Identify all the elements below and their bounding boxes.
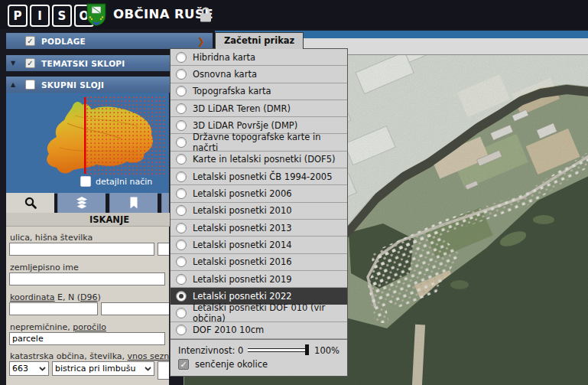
radio-icon [176, 188, 187, 199]
shading-checkbox[interactable]: ✓ [178, 359, 189, 370]
tematski-label: TEMATSKI SKLOPI [41, 59, 125, 68]
coords-link[interactable]: D96 [80, 292, 97, 302]
geoname-label: zemljepisno ime [10, 263, 79, 272]
street-input[interactable] [9, 243, 154, 256]
basemap-option-label: Letalski posnetki ČB 1994-2005 [193, 171, 333, 182]
basemap-option-label: Topografska karta [193, 86, 271, 96]
radio-icon [176, 325, 187, 335]
logo-tile-p: P [8, 5, 28, 27]
basemap-option-label: Letalski posnetki DOF 010 (vir občina) [193, 302, 347, 324]
radio-icon [176, 52, 187, 63]
cadastral-label[interactable]: katastrska občina, številka, vnos seznam… [10, 351, 169, 361]
bookmark-icon [127, 196, 141, 210]
basemap-option-label: Osnovna karta [193, 69, 257, 80]
basemap-option[interactable]: Letalski posnetki 2014 [171, 237, 347, 253]
basemap-option[interactable]: Letalski posnetki 2016 [171, 254, 347, 271]
chevron-right-icon[interactable]: ❯ [197, 36, 205, 47]
detail-mode-row[interactable]: detajlni način [80, 176, 152, 187]
basemap-option[interactable]: Letalski posnetki 2006 [171, 185, 347, 202]
piso-app: P I S O OBČINA RUŠE ✓ PODLAGE [0, 0, 588, 385]
detail-mode-checkbox[interactable] [80, 176, 91, 187]
coords-link[interactable]: koordinata [10, 292, 55, 302]
radio-icon [176, 205, 187, 216]
radio-icon [176, 103, 187, 114]
basemap-option[interactable]: DOF 2010 10cm [171, 322, 347, 339]
coords-label[interactable]: koordinata E, N (D96) [10, 292, 101, 302]
basemap-option[interactable]: Letalski posnetki 2019 [171, 271, 347, 288]
tematski-checkbox[interactable]: ✓ [25, 58, 35, 68]
street-label: ulica, hišna številka [10, 233, 93, 243]
radio-icon [176, 223, 187, 233]
cadastral-number-select[interactable]: 663 [9, 361, 49, 376]
basemap-option-label: 3D LiDAR Teren (DMR) [193, 103, 291, 114]
search-icon [24, 196, 37, 210]
radio-icon [176, 240, 187, 250]
cadastral-link[interactable]: vnos seznama [128, 351, 169, 361]
initial-view-tab[interactable]: Začetni prikaz [215, 32, 304, 49]
radio-icon [176, 291, 187, 302]
basemap-option[interactable]: Letalski posnetki ČB 1994-2005 [171, 168, 347, 185]
basemap-option[interactable]: Osnovna karta [171, 66, 347, 83]
basemap-option-label: Letalski posnetki 2010 [193, 205, 292, 216]
basemap-option[interactable]: Karte in letalski posnetki (DOF5) [171, 152, 347, 168]
basemap-menu: Hibridna kartaOsnovna kartaTopografska k… [170, 48, 348, 377]
skupni-checkbox[interactable] [25, 80, 35, 90]
geoname-input[interactable] [9, 272, 165, 285]
piso-logo[interactable]: P I S O [8, 5, 94, 27]
coords-n-input[interactable] [101, 302, 169, 315]
detail-mode-label: detajlni način [96, 177, 152, 187]
coords-text: ) [98, 292, 101, 302]
shading-row[interactable]: ✓ senčenje okolice [171, 359, 347, 371]
basemap-option-label: Hibridna karta [193, 52, 255, 63]
cadastral-name-select[interactable]: bistrica pri limbušu [52, 361, 154, 376]
basemap-option[interactable]: 3D LiDAR Teren (DMR) [171, 100, 347, 117]
tab-layers[interactable] [57, 193, 106, 213]
coords-e-input[interactable] [9, 302, 98, 315]
basemap-option-label: Letalski posnetki 2022 [193, 291, 292, 302]
realestate-label[interactable]: nepremičnine, poročilo [10, 322, 106, 332]
radio-icon [176, 256, 187, 267]
realestate-input[interactable] [9, 332, 165, 345]
coords-text: E, N ( [55, 292, 80, 302]
cadastral-extra-input[interactable] [158, 361, 169, 380]
basemap-option[interactable]: Hibridna karta [171, 49, 347, 66]
basemap-option[interactable]: Državne topografske karte in načrti [171, 134, 347, 151]
intensity-value: 100% [314, 345, 339, 356]
street-text: ulica, hišna številka [10, 233, 93, 243]
basemap-option[interactable]: Letalski posnetki 2010 [171, 203, 347, 220]
basemap-option[interactable]: Letalski posnetki DOF 010 (vir občina) [171, 305, 347, 321]
intensity-label: Intenzivnost: [178, 345, 235, 356]
basemap-option[interactable]: Letalski posnetki 2013 [171, 220, 347, 237]
basemap-option-label: 3D LiDAR Površje (DMP) [193, 120, 297, 131]
realestate-link[interactable]: poročilo [73, 322, 106, 332]
header: P I S O OBČINA RUŠE [0, 0, 588, 29]
street-input-2[interactable] [158, 243, 169, 256]
slider-thumb[interactable] [305, 344, 309, 355]
basemap-option[interactable]: Topografska karta [171, 83, 347, 100]
lock-icon [198, 6, 213, 27]
logo-tile-i: I [30, 5, 50, 27]
basemap-option-label: Letalski posnetki 2019 [193, 274, 292, 285]
triangle-up-icon[interactable]: ▲ [11, 81, 19, 88]
basemap-option-label: Državne topografske karte in načrti [193, 132, 347, 153]
tab-search[interactable] [6, 193, 54, 213]
municipality-overview-panel: detajlni način [6, 93, 169, 194]
shading-label: senčenje okolice [195, 359, 268, 370]
basemap-option-label: DOF 2010 10cm [193, 325, 264, 335]
radio-icon [176, 69, 187, 80]
municipality-coat-of-arms-icon [86, 3, 107, 29]
sidebar-panel-podlage[interactable]: ✓ PODLAGE ❯ [6, 33, 213, 49]
basemap-option-label: Letalski posnetki 2014 [193, 240, 292, 250]
tab-bookmarks[interactable] [109, 193, 158, 213]
podlage-checkbox[interactable]: ✓ [25, 36, 35, 46]
intensity-min: 0 [238, 345, 243, 356]
radio-icon [176, 308, 187, 318]
geoname-text: zemljepisno ime [10, 263, 79, 272]
cadastral-number-value: 663 [12, 364, 37, 374]
intensity-slider[interactable] [248, 348, 308, 352]
basemap-options-list: Hibridna kartaOsnovna kartaTopografska k… [171, 49, 347, 339]
radio-icon [176, 171, 187, 182]
radio-icon [176, 120, 187, 131]
triangle-down-icon[interactable]: ▼ [11, 60, 19, 67]
tab-more[interactable] [161, 193, 169, 213]
